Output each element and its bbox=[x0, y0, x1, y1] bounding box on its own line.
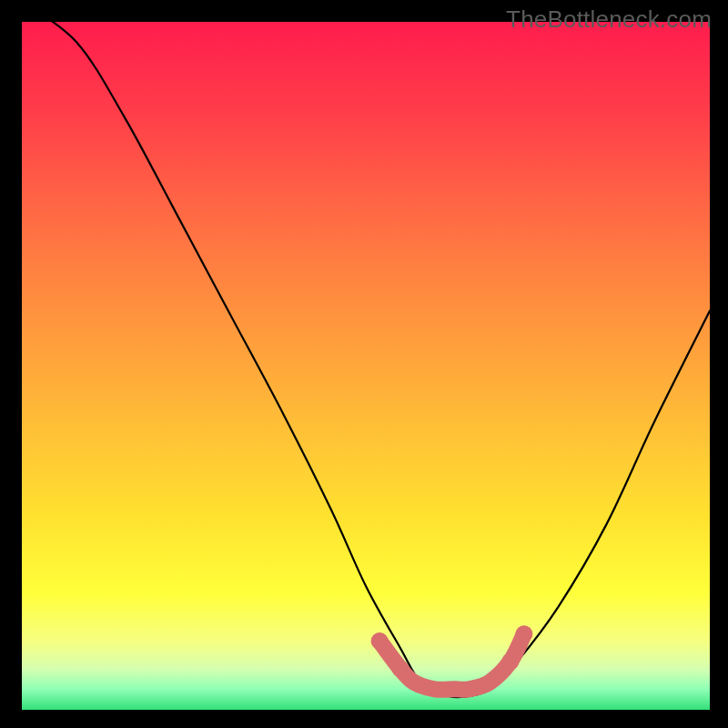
valley-marker-dot bbox=[371, 632, 389, 650]
valley-marker-dot bbox=[501, 653, 519, 671]
plot-background bbox=[22, 22, 710, 710]
valley-marker-dot bbox=[515, 625, 532, 642]
plot-svg bbox=[22, 22, 710, 710]
bottleneck-plot bbox=[22, 22, 710, 710]
valley-marker-dot bbox=[391, 660, 409, 677]
watermark-text: TheBottleneck.com bbox=[506, 5, 712, 34]
chart-frame: TheBottleneck.com bbox=[0, 0, 728, 728]
